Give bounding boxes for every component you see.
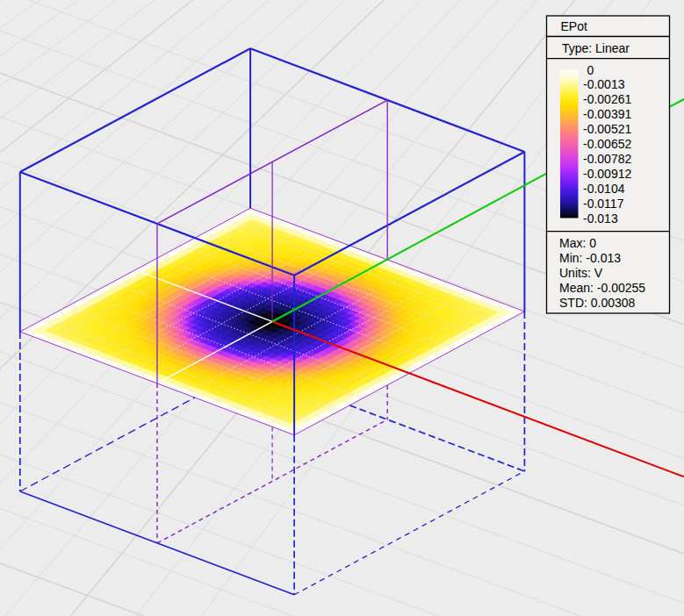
svg-text:-0.00912: -0.00912 (583, 167, 631, 181)
svg-text:-0.00652: -0.00652 (583, 137, 631, 151)
svg-text:Max: 0: Max: 0 (559, 236, 596, 250)
svg-text:0: 0 (587, 63, 594, 77)
svg-text:-0.0013: -0.0013 (583, 77, 625, 91)
svg-text:-0.013: -0.013 (583, 211, 618, 226)
svg-text:Type: Linear: Type: Linear (562, 41, 630, 55)
svg-text:Units: V: Units: V (559, 266, 603, 280)
svg-text:-0.00782: -0.00782 (583, 152, 631, 166)
svg-text:-0.00391: -0.00391 (583, 107, 631, 121)
svg-text:EPot: EPot (561, 19, 587, 33)
svg-text:Mean: -0.00255: Mean: -0.00255 (559, 281, 645, 295)
svg-text:-0.00261: -0.00261 (583, 92, 631, 106)
svg-text:STD: 0.00308: STD: 0.00308 (559, 296, 636, 310)
svg-text:-0.0117: -0.0117 (583, 197, 624, 211)
svg-text:Min: -0.013: Min: -0.013 (559, 251, 621, 265)
svg-text:-0.00521: -0.00521 (583, 122, 631, 136)
svg-text:-0.0104: -0.0104 (583, 182, 625, 196)
